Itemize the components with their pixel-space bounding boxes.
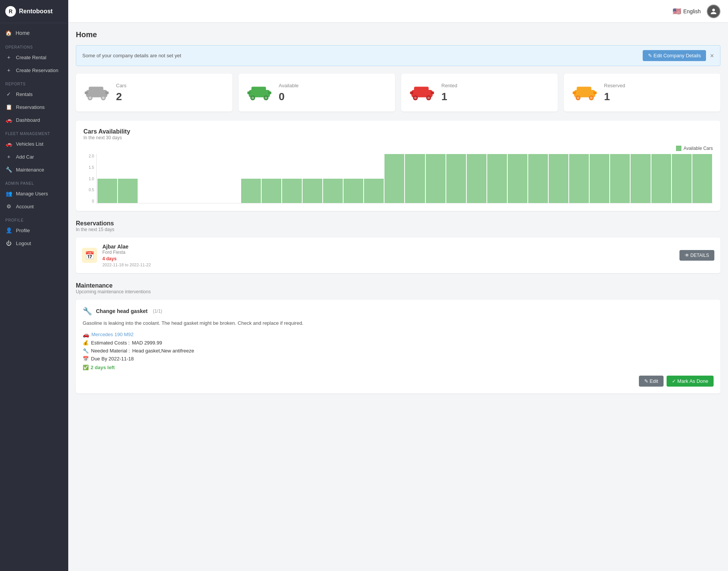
- sidebar-item-create-reservation[interactable]: + Create Reservation: [0, 64, 68, 77]
- sidebar-item-add-car[interactable]: + Add Car: [0, 150, 68, 163]
- chart-subtitle: In the next 30 days: [83, 135, 713, 140]
- app-name: Rentoboost: [19, 8, 53, 15]
- svg-rect-30: [573, 91, 576, 94]
- sidebar-item-dashboard[interactable]: 🚗 Dashboard: [0, 113, 68, 126]
- alert-close-button[interactable]: ×: [710, 52, 714, 59]
- details-button[interactable]: 👁 DETAILS: [679, 250, 714, 261]
- reservation-days: 4 days: [102, 256, 674, 261]
- car-link[interactable]: Mercedes 190 M92: [91, 332, 133, 337]
- stat-info-available: Available 0: [279, 83, 299, 103]
- chart-bar: [610, 154, 630, 203]
- add-car-icon: +: [5, 154, 12, 160]
- maintenance-description: Gasoline is leaking into the coolant. Th…: [83, 319, 714, 327]
- stat-info-cars: Cars 2: [116, 83, 126, 103]
- svg-point-12: [251, 97, 254, 99]
- maintenance-wrench-icon: 🔧: [83, 307, 92, 316]
- reservation-info: Ajbar Alae Ford Fiesta 4 days 2022-11-18…: [102, 244, 674, 267]
- sidebar-item-logout[interactable]: ⏻ Logout: [0, 237, 68, 250]
- svg-point-29: [590, 97, 593, 99]
- stat-card-rented: Rented 1: [401, 74, 558, 112]
- sidebar-item-rentals[interactable]: ✓ Rentals: [0, 88, 68, 101]
- logo-icon: R: [5, 6, 16, 17]
- users-icon: 👥: [5, 190, 12, 197]
- svg-rect-6: [85, 91, 88, 94]
- edit-company-button[interactable]: ✎ Edit Company Details: [643, 50, 706, 61]
- stat-info-rented: Rented 1: [441, 83, 457, 103]
- user-avatar[interactable]: [707, 5, 720, 18]
- maintenance-done-button[interactable]: ✓ Mark As Done: [667, 376, 714, 387]
- svg-point-4: [89, 97, 91, 99]
- chart-container: Cars Availability In the next 30 days Av…: [76, 121, 720, 211]
- reservations-section: Reservations In the next 15 days 📅 Ajbar…: [76, 220, 720, 273]
- svg-rect-9: [251, 87, 266, 92]
- reserved-label: Reserved: [604, 83, 625, 88]
- reservation-card: 📅 Ajbar Alae Ford Fiesta 4 days 2022-11-…: [76, 238, 720, 273]
- logout-icon: ⏻: [5, 240, 12, 246]
- reservation-name: Ajbar Alae: [102, 244, 674, 250]
- svg-point-13: [265, 97, 267, 99]
- chart-y-axis: 2.0 1.5 1.0 0.5 0: [83, 154, 94, 203]
- car-icon: 🚗: [5, 141, 12, 147]
- sidebar-logo: R Rentoboost: [0, 0, 68, 23]
- maintenance-title: Maintenance: [76, 282, 720, 289]
- maintenance-card: 🔧 Change head gasket (1/1) Gasoline is l…: [76, 300, 720, 393]
- car-detail-icon: 🚗: [83, 332, 89, 338]
- rented-label: Rented: [441, 83, 457, 88]
- maintenance-actions: ✎ Edit ✓ Mark As Done: [83, 376, 714, 387]
- legend-box: [676, 146, 681, 151]
- sidebar-item-manage-users[interactable]: 👥 Manage Users: [0, 187, 68, 200]
- chart-wrapper: 2.0 1.5 1.0 0.5 0: [83, 154, 713, 203]
- cost-value: MAD 2999.99: [132, 340, 162, 346]
- wrench-icon: 🔧: [5, 167, 12, 173]
- svg-rect-1: [89, 87, 104, 92]
- chart-bar: [221, 202, 240, 203]
- stat-card-available: Available 0: [238, 74, 395, 112]
- flag-icon: 🇺🇸: [673, 7, 681, 16]
- chart-bar: [508, 154, 527, 203]
- language-selector[interactable]: 🇺🇸 English: [673, 7, 701, 16]
- chart-bar: [303, 179, 322, 203]
- sidebar-item-home[interactable]: 🏠 Home: [0, 26, 68, 40]
- alert-actions: ✎ Edit Company Details ×: [643, 50, 714, 61]
- svg-rect-23: [431, 91, 434, 94]
- chart-bar: [159, 202, 179, 203]
- page-title: Home: [76, 30, 720, 39]
- chart-bar: [528, 154, 548, 203]
- stat-cards: Cars 2: [76, 74, 720, 112]
- svg-rect-15: [268, 91, 271, 94]
- svg-rect-17: [414, 87, 429, 92]
- cars-label: Cars: [116, 83, 126, 88]
- sidebar-item-maintenance[interactable]: 🔧 Maintenance: [0, 163, 68, 176]
- chart-bar: [179, 202, 199, 203]
- main-area: 🇺🇸 English Home Some of your company det…: [68, 0, 728, 571]
- section-label-operations: OPERATIONS: [0, 40, 68, 51]
- chart-bar: [446, 154, 466, 203]
- svg-rect-14: [248, 91, 251, 94]
- sidebar-nav: 🏠 Home OPERATIONS + Create Rental + Crea…: [0, 23, 68, 571]
- section-label-reports: REPORTS: [0, 77, 68, 88]
- chart-bar: [590, 154, 609, 203]
- home-icon: 🏠: [5, 30, 12, 36]
- sidebar-item-account[interactable]: ⚙ Account: [0, 200, 68, 213]
- topbar: 🇺🇸 English: [68, 0, 728, 23]
- chart-bar: [364, 179, 384, 203]
- sidebar-item-create-rental[interactable]: + Create Rental: [0, 51, 68, 64]
- check-icon: ✓: [5, 91, 12, 97]
- sidebar-item-reservations[interactable]: 📋 Reservations: [0, 101, 68, 113]
- maintenance-edit-button[interactable]: ✎ Edit: [639, 376, 664, 387]
- legend-label: Available Cars: [684, 146, 713, 151]
- chart-bar: [569, 154, 589, 203]
- svg-rect-22: [410, 91, 413, 94]
- maintenance-counter: (1/1): [153, 308, 162, 314]
- svg-point-28: [577, 97, 579, 99]
- stat-info-reserved: Reserved 1: [604, 83, 625, 103]
- sidebar-item-vehicles-list[interactable]: 🚗 Vehicles List: [0, 137, 68, 150]
- maintenance-cost: 💰 Estimated Costs : MAD 2999.99: [83, 340, 714, 346]
- chart-bars: [96, 154, 713, 203]
- maintenance-section: Maintenance Upcoming maintenance interve…: [76, 282, 720, 393]
- chart-legend: Available Cars: [83, 146, 713, 151]
- plus-icon: +: [5, 54, 12, 60]
- chart-bar: [262, 179, 281, 203]
- dashboard-icon: 🚗: [5, 117, 12, 123]
- sidebar-item-profile[interactable]: 👤 Profile: [0, 224, 68, 237]
